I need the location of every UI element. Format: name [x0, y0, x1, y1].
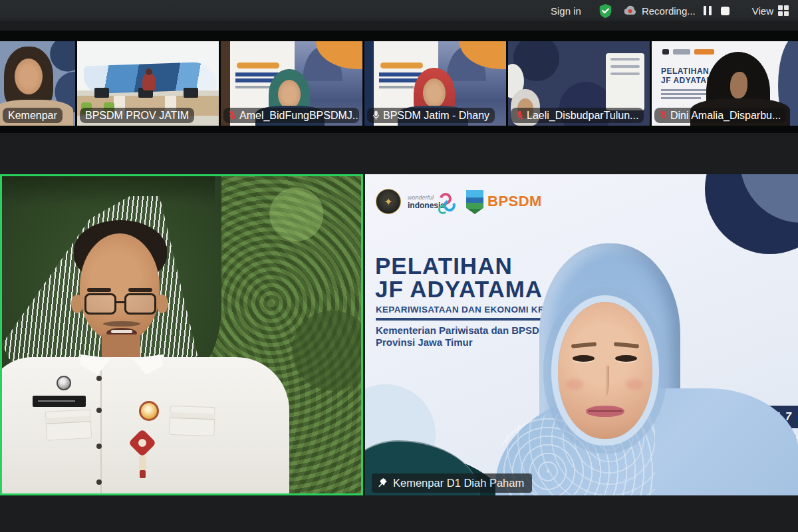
office-monitor: [94, 88, 109, 98]
uniform-emblem-pin: [139, 401, 159, 421]
participant-name: Kemenpar: [8, 108, 57, 122]
participant-name: Dini Amalia_Disparbu...: [670, 108, 781, 122]
participants-filmstrip: Kemenpar BPSDM PROV JATIM: [0, 31, 798, 133]
muted-mic-icon: [516, 110, 523, 120]
slide-title-line1: PELATIHAN: [375, 253, 513, 279]
speaker-brow: [571, 342, 597, 348]
participant-name: Laeli_DisbudparTulun...: [527, 108, 638, 122]
participant-face: [730, 72, 747, 98]
wonderful-indonesia-mark: [438, 192, 458, 215]
speaker-mustache: [103, 321, 140, 327]
speaker-nose: [600, 366, 609, 398]
name-badge: [33, 396, 86, 407]
slide-org-line2: Provinsi Jawa Timur: [376, 336, 473, 348]
speaker-brow: [128, 288, 152, 292]
mic-icon: [372, 110, 380, 120]
participant-tile-dini[interactable]: PELATIHAN JF ADYATAMA Dini Amalia_Dispar…: [652, 41, 798, 126]
speaker-eye: [615, 355, 637, 362]
top-bar: Sign in Recording... View: [0, 0, 798, 21]
shirt-button: [96, 376, 102, 381]
speaker-lips: [586, 406, 624, 417]
uniform-pin: [57, 376, 71, 390]
participant-name-tag: BPSDM Jatim - Dhany: [367, 108, 495, 123]
participant-figure: [142, 73, 156, 90]
participant-name-tag: BPSDM PROV JATIM: [80, 108, 194, 123]
poster-text-bar: [379, 86, 414, 88]
speaker-eye: [573, 355, 595, 362]
participant-name-tag: Amel_BidFungBPSDMJ...: [223, 108, 359, 123]
speaker-brow: [87, 288, 111, 292]
encryption-shield-icon[interactable]: [598, 3, 612, 19]
recording-status-label: Recording...: [642, 5, 696, 17]
office-monitor: [184, 88, 198, 98]
glasses-bridge: [115, 301, 126, 303]
meeting-window: Sign in Recording... View Kemenpar: [0, 0, 798, 532]
participant-face: [423, 78, 446, 108]
kemenpar-emblem-logo: ✦: [376, 189, 401, 214]
speaker-cheek: [566, 379, 583, 390]
sign-in-button[interactable]: Sign in: [551, 5, 581, 17]
participant-name: BPSDM Jatim - Dhany: [383, 108, 489, 122]
main-video-active-speaker[interactable]: [0, 174, 363, 495]
participant-face: [278, 80, 301, 109]
participant-tile-amel[interactable]: Amel_BidFungBPSDMJ...: [221, 41, 362, 126]
muted-mic-icon: [660, 110, 667, 120]
main-video-spotlight[interactable]: ✦ wonderful indonesia BPSDM PELATIHAN JF…: [365, 174, 798, 495]
slide-divider: [376, 318, 547, 321]
participant-tile-kemenpar[interactable]: Kemenpar: [0, 41, 75, 126]
shirt-button: [96, 444, 102, 449]
stop-recording-button[interactable]: [721, 7, 730, 15]
glasses-lens: [124, 293, 156, 315]
poster-text-bar: [235, 86, 270, 88]
shirt-pocket: [45, 409, 92, 440]
slide-card: [606, 53, 644, 110]
muted-mic-icon: [229, 110, 236, 120]
spotlight-name-tag: Kemenpar D1 Diah Paham: [372, 473, 532, 493]
participant-tile-dhany[interactable]: BPSDM Jatim - Dhany: [364, 41, 506, 126]
bpsdm-logo-text: BPSDM: [487, 193, 542, 210]
poster-text-bar: [380, 63, 423, 68]
shirt-button: [96, 408, 102, 413]
speaker-face: [558, 302, 652, 439]
speaker-cheek: [626, 379, 643, 390]
speaker-brow: [614, 342, 639, 348]
shirt-placket: [100, 370, 102, 495]
view-button[interactable]: View: [752, 5, 789, 17]
cloud-recording-icon: [623, 5, 638, 16]
poster-text-bar: [237, 63, 279, 68]
spotlight-name: Kemenpar D1 Diah Paham: [393, 477, 524, 489]
participant-name-tag: Dini Amalia_Disparbu...: [654, 108, 786, 123]
gallery-view-icon: [778, 5, 789, 16]
wonderful-indonesia-logo: wonderful: [408, 194, 434, 201]
shirt-button: [96, 479, 102, 485]
glasses-lens: [84, 293, 116, 315]
participant-tile-laeli[interactable]: Laeli_DisbudparTulun...: [508, 41, 650, 126]
speaker-figure: [2, 176, 361, 493]
lanyard-tassel: [139, 456, 146, 470]
view-label: View: [752, 5, 773, 17]
participant-name-tag: Laeli_DisbudparTulun...: [511, 108, 644, 123]
participant-name-tag: Kemenpar: [3, 108, 63, 123]
slide-title-line2: JF ADYATAMA: [375, 276, 543, 303]
pause-recording-button[interactable]: [704, 6, 712, 15]
participant-tile-bpsdm-prov-jatim[interactable]: BPSDM PROV JATIM: [77, 41, 219, 126]
participant-name: Amel_BidFungBPSDMJ...: [239, 108, 359, 122]
pin-icon: [378, 477, 388, 489]
participant-name: BPSDM PROV JATIM: [85, 108, 189, 122]
shirt-pocket: [169, 406, 215, 436]
slide-org-line1: Kementerian Pariwisata dan BPSDM: [376, 325, 547, 336]
participant-face: [15, 59, 43, 94]
